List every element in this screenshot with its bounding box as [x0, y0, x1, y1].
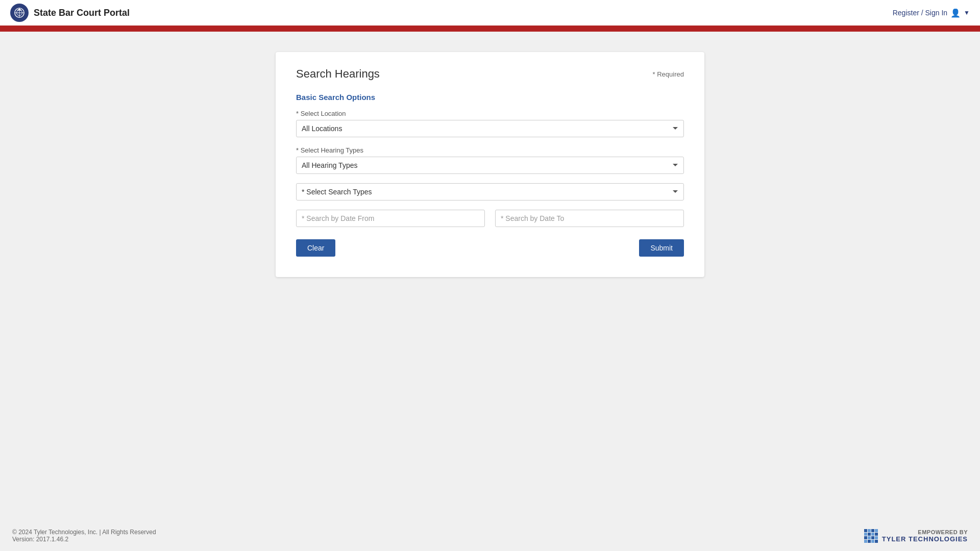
date-to-input[interactable]	[495, 210, 684, 227]
date-from-group	[296, 210, 485, 227]
auth-label: Register / Sign In	[893, 9, 947, 17]
logo-dot	[871, 529, 874, 532]
date-from-input[interactable]	[296, 210, 485, 227]
logo-dot	[868, 529, 871, 532]
location-label: * Select Location	[296, 110, 684, 117]
logo-dot	[875, 533, 878, 536]
required-note: * Required	[653, 70, 684, 78]
logo-dot	[871, 540, 874, 543]
red-accent-bar	[0, 26, 980, 32]
footer-left: © 2024 Tyler Technologies, Inc. | All Ri…	[12, 529, 156, 543]
button-row: Clear Submit	[296, 239, 684, 257]
search-types-group: * Select Search Types	[296, 183, 684, 201]
footer-right: EMPOWERED BY TYLER TECHNOLOGIES	[864, 529, 968, 543]
tyler-technologies-label: TYLER TECHNOLOGIES	[882, 535, 968, 543]
logo-dot	[868, 540, 871, 543]
page-title: Search Hearings	[296, 67, 380, 81]
logo-dot	[864, 533, 867, 536]
logo-dot	[864, 536, 867, 539]
logo-dot	[868, 536, 871, 539]
location-group: * Select Location All Locations	[296, 110, 684, 137]
powered-by-label: EMPOWERED BY	[882, 529, 968, 535]
tyler-logo-icon	[864, 529, 878, 543]
court-seal-icon	[10, 4, 29, 22]
logo-dot	[868, 533, 871, 536]
main-content: Search Hearings * Required Basic Search …	[0, 32, 980, 520]
location-select[interactable]: All Locations	[296, 120, 684, 137]
logo-area: State Bar Court Portal	[10, 4, 130, 22]
basic-search-options-label: Basic Search Options	[296, 93, 684, 102]
date-row	[296, 210, 684, 227]
date-to-group	[495, 210, 684, 227]
copyright-text: © 2024 Tyler Technologies, Inc. | All Ri…	[12, 529, 156, 536]
site-title: State Bar Court Portal	[34, 8, 130, 18]
hearing-types-select[interactable]: All Hearing Types	[296, 157, 684, 174]
logo-dot	[871, 533, 874, 536]
logo-dot	[875, 540, 878, 543]
powered-by-area: EMPOWERED BY TYLER TECHNOLOGIES	[882, 529, 968, 543]
footer: © 2024 Tyler Technologies, Inc. | All Ri…	[0, 520, 980, 551]
logo-dot	[864, 540, 867, 543]
logo-dot	[864, 529, 867, 532]
hearing-types-group: * Select Hearing Types All Hearing Types	[296, 146, 684, 174]
clear-button[interactable]: Clear	[296, 239, 335, 257]
register-signin-button[interactable]: Register / Sign In 👤 ▼	[893, 8, 970, 18]
header: State Bar Court Portal Register / Sign I…	[0, 0, 980, 26]
person-icon: 👤	[950, 8, 961, 18]
card-header: Search Hearings * Required	[296, 67, 684, 81]
submit-button[interactable]: Submit	[639, 239, 684, 257]
logo-dot	[871, 536, 874, 539]
version-text: Version: 2017.1.46.2	[12, 536, 156, 543]
chevron-down-icon: ▼	[964, 9, 970, 16]
search-card: Search Hearings * Required Basic Search …	[276, 52, 704, 277]
search-types-select[interactable]: * Select Search Types	[296, 183, 684, 201]
hearing-types-label: * Select Hearing Types	[296, 146, 684, 154]
logo-dot	[875, 529, 878, 532]
logo-dot	[875, 536, 878, 539]
